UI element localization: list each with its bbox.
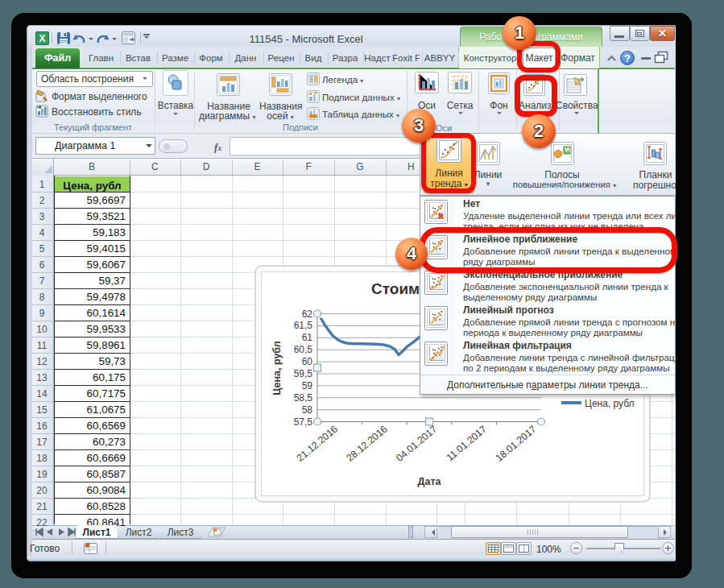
svg-text:58,5: 58,5 (294, 392, 313, 404)
svg-text:Цена, рубл: Цена, рубл (585, 398, 635, 409)
svg-text:60: 60 (302, 356, 313, 367)
svg-text:Цена, рубл: Цена, рубл (271, 341, 283, 395)
svg-text:57,5: 57,5 (294, 416, 313, 428)
svg-text:61,5: 61,5 (294, 320, 313, 331)
svg-text:62: 62 (302, 308, 313, 320)
svg-text:61: 61 (302, 332, 313, 343)
svg-text:59: 59 (302, 380, 313, 391)
svg-text:X: X (39, 33, 45, 44)
svg-text:58: 58 (302, 404, 313, 416)
svg-text:60,5: 60,5 (294, 344, 313, 355)
svg-text:Дата: Дата (418, 476, 442, 487)
svg-text:59,5: 59,5 (294, 368, 313, 379)
